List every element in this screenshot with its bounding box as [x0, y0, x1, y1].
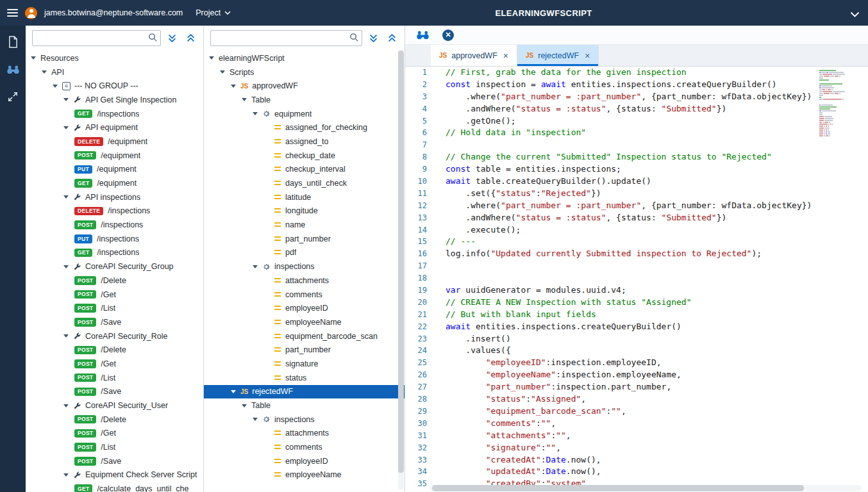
collapse-all-icon[interactable]	[365, 30, 381, 45]
resources-search-input[interactable]	[32, 30, 161, 46]
tree-item-resources[interactable]: Resources	[26, 51, 203, 65]
tree-item-employeename[interactable]: employeeName	[204, 468, 405, 482]
user-avatar[interactable]	[25, 7, 37, 19]
tree-item-coreapi-security-group[interactable]: CoreAPI Security_Group	[26, 259, 203, 274]
tab-close-icon[interactable]: ×	[503, 51, 508, 61]
expand-all-icon[interactable]	[384, 30, 399, 45]
tree-item-assigned-for-checking[interactable]: assigned_for_checking	[204, 120, 405, 135]
tree-item-status[interactable]: status	[204, 371, 405, 385]
expander-icon[interactable]	[63, 265, 69, 268]
tree-item-name[interactable]: name	[204, 218, 405, 232]
tree-item-table[interactable]: Table	[204, 93, 405, 107]
tree-item-comments[interactable]: comments	[204, 440, 405, 454]
tree-item-equipment[interactable]: POST/equipment	[26, 149, 203, 163]
tree-item-inspections[interactable]: inspections	[204, 259, 405, 274]
tree-item-approvedwf[interactable]: JSapprovedWF	[204, 79, 405, 93]
expander-icon[interactable]	[63, 404, 69, 407]
tree-item-equipment[interactable]: equipment	[204, 107, 405, 121]
tree-item-api-inspections[interactable]: API inspections	[26, 190, 203, 204]
tree-item-equipment[interactable]: PUT/equipment	[26, 163, 203, 177]
scrollbar-thumb[interactable]	[432, 485, 804, 491]
tree-item-part-number[interactable]: part_number	[204, 232, 405, 246]
tree-item-part-number[interactable]: part_number	[204, 343, 405, 357]
tree-item-get[interactable]: POST/Get	[26, 357, 203, 371]
tree-item-get[interactable]: POST/Get	[26, 288, 203, 302]
tree-item-pdf[interactable]: pdf	[204, 246, 405, 260]
tree-item-api[interactable]: API	[26, 65, 203, 79]
tree-item-get[interactable]: POST/Get	[26, 427, 203, 441]
expand-icon[interactable]	[5, 89, 21, 104]
menu-icon[interactable]	[7, 9, 18, 17]
tree-item-list[interactable]: POST/List	[26, 301, 203, 315]
tree-item-equipment[interactable]: GET/equipment	[26, 176, 203, 190]
binoculars-icon[interactable]	[5, 62, 21, 77]
tree-item-calculate-days-until-che[interactable]: GET/calculate_days_until_che	[26, 482, 203, 492]
tree-item-table[interactable]: Table	[204, 398, 405, 413]
tree-item-attachments[interactable]: attachments	[204, 427, 405, 441]
tree-item-days-until-check[interactable]: days_until_check	[204, 176, 405, 190]
tree-item-equipment-barcode-scan[interactable]: equipment_barcode_scan	[204, 329, 405, 343]
scrollbar-thumb[interactable]	[398, 51, 404, 473]
project-menu[interactable]: Project	[196, 8, 231, 17]
window-chevron-icon[interactable]	[850, 8, 860, 20]
tree-item-inspections[interactable]: inspections	[204, 413, 405, 427]
collapse-all-icon[interactable]	[164, 30, 179, 45]
tree-item-api-get-single-inspection[interactable]: API Get Single Inspection	[26, 93, 203, 107]
tree-item-employeename[interactable]: employeeName	[204, 315, 405, 329]
tree-item-checkup-interval[interactable]: checkup_interval	[204, 163, 405, 177]
tree-item-equipment[interactable]: DELETE/equipment	[26, 135, 203, 149]
code-editor[interactable]: 1// First, grab the data for the given i…	[405, 67, 868, 492]
expander-icon[interactable]	[253, 418, 258, 421]
expander-icon[interactable]	[242, 98, 247, 101]
expander-icon[interactable]	[231, 390, 236, 393]
expander-icon[interactable]	[63, 473, 69, 477]
tree-item-elearningwfscript[interactable]: elearningWFScript	[204, 51, 405, 65]
tree-item-inspections[interactable]: GET/inspections	[26, 246, 203, 260]
tree-item-assigned-to[interactable]: assigned_to	[204, 135, 405, 149]
expander-icon[interactable]	[242, 404, 247, 407]
tree-item-list[interactable]: POST/List	[26, 440, 203, 454]
tree-item-coreapi-security-role[interactable]: CoreAPI Security_Role	[26, 329, 203, 343]
expander-icon[interactable]	[53, 85, 58, 88]
tree-item-attachments[interactable]: attachments	[204, 274, 405, 288]
tree-item-save[interactable]: POST/Save	[26, 454, 203, 468]
binoculars-icon[interactable]	[415, 28, 430, 42]
expander-icon[interactable]	[231, 85, 236, 88]
horizontal-scrollbar[interactable]	[430, 485, 862, 491]
tree-item-no-group[interactable]: ≡--- NO GROUP ---	[26, 79, 203, 93]
tree-item-inspections[interactable]: PUT/inspections	[26, 232, 203, 246]
tree-item-scripts[interactable]: Scripts	[204, 65, 405, 79]
tree-item-employeeid[interactable]: employeeID	[204, 454, 405, 468]
expander-icon[interactable]	[63, 334, 69, 338]
tree-item-latitude[interactable]: latitude	[204, 190, 405, 204]
expand-all-icon[interactable]	[183, 30, 198, 45]
tree-item-longitude[interactable]: longitude	[204, 204, 405, 218]
tree-item-save[interactable]: POST/Save	[26, 385, 203, 399]
tab-close-icon[interactable]: ×	[585, 51, 590, 61]
minimap[interactable]	[818, 69, 864, 138]
tree-item-checkup-date[interactable]: checkup_date	[204, 149, 405, 163]
tree-item-rejectedwf[interactable]: JSrejectedWF	[204, 385, 405, 399]
expander-icon[interactable]	[220, 70, 225, 74]
tree-item-inspections[interactable]: DELETE/inspections	[26, 204, 203, 218]
script-panel-scrollbar[interactable]	[398, 50, 404, 489]
close-circle-icon[interactable]: ✕	[442, 29, 454, 41]
expander-icon[interactable]	[42, 70, 47, 74]
expander-icon[interactable]	[31, 56, 36, 60]
expander-icon[interactable]	[63, 98, 69, 101]
tree-item-employeeid[interactable]: employeeID	[204, 301, 405, 315]
tree-item-delete[interactable]: POST/Delete	[26, 343, 203, 357]
tree-item-delete[interactable]: POST/Delete	[26, 413, 203, 427]
tab-rejectedwf[interactable]: JSrejectedWF×	[517, 45, 599, 66]
expander-icon[interactable]	[63, 126, 69, 129]
tree-item-equipment-check-server-script[interactable]: Equipment Check Server Script	[26, 468, 203, 482]
document-icon[interactable]	[5, 34, 21, 49]
tree-item-signature[interactable]: signature	[204, 357, 405, 371]
expander-icon[interactable]	[209, 56, 214, 60]
tree-item-comments[interactable]: comments	[204, 288, 405, 302]
tree-item-inspections[interactable]: POST/inspections	[26, 218, 203, 232]
tree-item-api-equipment[interactable]: API equipment	[26, 120, 203, 135]
tree-item-list[interactable]: POST/List	[26, 371, 203, 385]
tab-approvedwf[interactable]: JSapprovedWF×	[431, 45, 517, 66]
tree-item-delete[interactable]: POST/Delete	[26, 274, 203, 288]
